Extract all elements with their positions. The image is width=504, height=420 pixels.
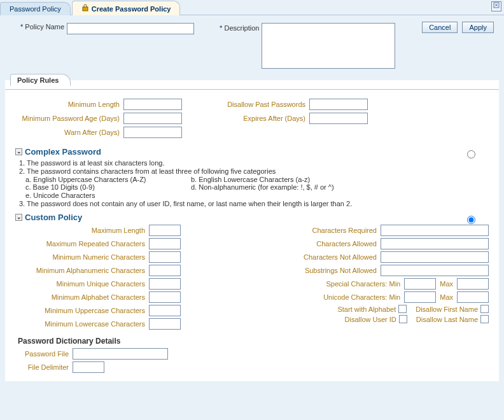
lock-icon [81, 4, 89, 13]
max-repeated-input[interactable] [149, 238, 181, 249]
min-upper-label: Minimum Uppercase Characters [15, 307, 149, 314]
tab-label: Create Password Policy [92, 5, 171, 13]
custom-policy-radio[interactable] [467, 216, 475, 224]
min-alnum-input[interactable] [149, 265, 181, 276]
chevron-down-icon[interactable]: ⌄ [15, 148, 22, 155]
tab-create-password-policy[interactable]: Create Password Policy [72, 1, 181, 15]
disallow-last-checkbox[interactable] [480, 315, 489, 323]
special-max-label: Max [440, 280, 453, 288]
min-alpha-label: Minimum Alphabet Characters [15, 293, 149, 301]
chars-allowed-input[interactable] [381, 238, 489, 249]
expires-after-input[interactable] [309, 113, 368, 124]
start-alphabet-checkbox[interactable] [398, 305, 407, 313]
special-max-input[interactable] [457, 278, 489, 290]
policy-name-input[interactable] [67, 23, 194, 34]
chars-allowed-label: Characters Allowed [272, 240, 381, 248]
unicode-min-input[interactable] [404, 291, 436, 303]
min-numeric-input[interactable] [149, 251, 181, 263]
unicode-min-label: Unicode Characters: Min [296, 293, 404, 301]
header-area: Cancel Apply * Policy Name * Description [0, 15, 504, 80]
file-delimiter-input[interactable] [73, 361, 104, 373]
disallow-first-checkbox[interactable] [480, 305, 489, 313]
disallow-user-checkbox[interactable] [399, 315, 407, 323]
password-file-input[interactable] [73, 348, 168, 360]
password-file-label: Password File [15, 350, 73, 358]
max-repeated-label: Maximum Repeated Characters [15, 240, 149, 248]
chars-not-allowed-input[interactable] [381, 251, 489, 263]
dictionary-header: Password Dictionary Details [18, 337, 489, 346]
min-unique-label: Minimum Unique Characters [15, 280, 149, 288]
cancel-button[interactable]: Cancel [422, 22, 458, 33]
top-tabs: Password Policy Create Password Policy [0, 0, 504, 15]
policy-rules-panel: Policy Rules Minimum Length Minimum Pass… [5, 80, 499, 381]
min-unique-input[interactable] [149, 278, 181, 290]
unicode-max-label: Max [440, 293, 453, 301]
special-min-input[interactable] [404, 278, 436, 290]
max-length-label: Maximum Length [15, 227, 149, 234]
expires-after-label: Expires After (Days) [214, 115, 309, 122]
disallow-first-label: Disallow First Name [416, 305, 478, 313]
special-min-label: Special Characters: Min [296, 280, 404, 288]
chars-not-allowed-label: Characters Not Allowed [272, 253, 381, 261]
warn-after-label: Warn After (Days) [15, 129, 123, 136]
tab-password-policy[interactable]: Password Policy [0, 2, 71, 15]
min-length-input[interactable] [123, 99, 182, 110]
description-label: * Description [220, 24, 262, 32]
min-age-input[interactable] [123, 113, 182, 124]
unicode-max-input[interactable] [457, 291, 489, 303]
chars-required-input[interactable] [381, 225, 489, 236]
subs-not-allowed-input[interactable] [381, 265, 489, 276]
apply-button[interactable]: Apply [462, 22, 494, 33]
min-alpha-input[interactable] [149, 291, 181, 303]
close-icon[interactable] [491, 1, 501, 11]
disallow-past-input[interactable] [309, 99, 368, 110]
min-length-label: Minimum Length [15, 101, 123, 108]
min-numeric-label: Minimum Numeric Characters [15, 253, 149, 261]
description-input[interactable] [262, 23, 395, 69]
min-upper-input[interactable] [149, 305, 181, 316]
warn-after-input[interactable] [123, 127, 182, 138]
chevron-down-icon[interactable]: ⌄ [15, 214, 22, 221]
min-age-label: Minimum Password Age (Days) [15, 115, 123, 122]
complex-rules: 1. The password is at least six characte… [19, 159, 489, 207]
file-delimiter-label: File Delimiter [15, 363, 73, 371]
disallow-last-label: Disallow Last Name [416, 316, 478, 323]
complex-password-radio[interactable] [467, 150, 475, 158]
subs-not-allowed-label: Substrings Not Allowed [272, 267, 381, 274]
min-alnum-label: Minimum Alphanumeric Characters [15, 267, 149, 274]
policy-name-label: * Policy Name [20, 23, 67, 31]
policy-rules-tab: Policy Rules [10, 74, 71, 86]
disallow-user-label: Disallow User ID [345, 316, 396, 323]
max-length-input[interactable] [149, 225, 181, 236]
min-lower-input[interactable] [149, 318, 181, 330]
custom-policy-header: ⌄ Custom Policy [15, 213, 489, 222]
svg-rect-0 [83, 7, 88, 11]
complex-password-header: ⌄ Complex Password [15, 147, 489, 157]
min-lower-label: Minimum Lowercase Characters [15, 320, 149, 328]
chars-required-label: Characters Required [272, 227, 381, 234]
disallow-past-label: Disallow Past Passwords [214, 101, 309, 108]
start-alphabet-label: Start with Alphabet [337, 305, 396, 313]
